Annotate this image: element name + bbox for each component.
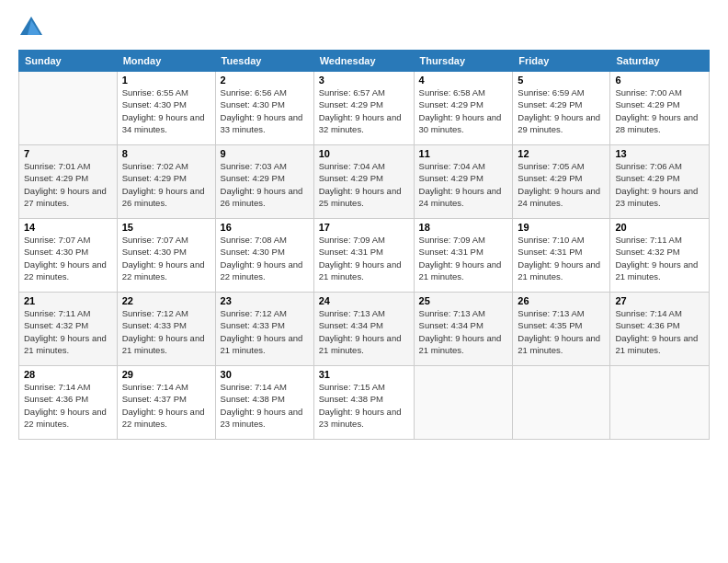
day-number: 17 — [319, 222, 409, 233]
calendar-cell — [513, 366, 610, 440]
day-number: 12 — [518, 148, 605, 159]
calendar-cell: 2Sunrise: 6:56 AM Sunset: 4:30 PM Daylig… — [215, 72, 313, 145]
calendar-cell: 30Sunrise: 7:14 AM Sunset: 4:38 PM Dayli… — [215, 366, 313, 440]
calendar-week-5: 28Sunrise: 7:14 AM Sunset: 4:36 PM Dayli… — [19, 366, 710, 440]
calendar-cell: 24Sunrise: 7:13 AM Sunset: 4:34 PM Dayli… — [313, 293, 414, 366]
calendar-cell: 26Sunrise: 7:13 AM Sunset: 4:35 PM Dayli… — [513, 293, 610, 366]
calendar-cell: 5Sunrise: 6:59 AM Sunset: 4:29 PM Daylig… — [513, 72, 610, 145]
logo-icon — [18, 15, 44, 40]
calendar-cell: 8Sunrise: 7:02 AM Sunset: 4:29 PM Daylig… — [117, 145, 215, 219]
calendar-cell: 21Sunrise: 7:11 AM Sunset: 4:32 PM Dayli… — [19, 293, 118, 366]
calendar-header-tuesday: Tuesday — [215, 51, 313, 72]
calendar-header-saturday: Saturday — [610, 51, 710, 72]
calendar-week-3: 14Sunrise: 7:07 AM Sunset: 4:30 PM Dayli… — [19, 219, 710, 293]
calendar-cell — [19, 72, 118, 145]
calendar-cell: 28Sunrise: 7:14 AM Sunset: 4:36 PM Dayli… — [19, 366, 118, 440]
day-info: Sunrise: 6:55 AM Sunset: 4:30 PM Dayligh… — [122, 86, 210, 135]
day-info: Sunrise: 7:14 AM Sunset: 4:38 PM Dayligh… — [221, 381, 309, 430]
calendar-cell: 18Sunrise: 7:09 AM Sunset: 4:31 PM Dayli… — [414, 219, 513, 293]
day-number: 28 — [24, 369, 112, 380]
day-info: Sunrise: 7:07 AM Sunset: 4:30 PM Dayligh… — [122, 234, 210, 282]
day-info: Sunrise: 7:11 AM Sunset: 4:32 PM Dayligh… — [615, 234, 704, 282]
day-number: 30 — [221, 369, 309, 380]
day-info: Sunrise: 7:05 AM Sunset: 4:29 PM Dayligh… — [518, 160, 605, 209]
calendar-cell: 11Sunrise: 7:04 AM Sunset: 4:29 PM Dayli… — [414, 145, 513, 219]
day-info: Sunrise: 7:15 AM Sunset: 4:38 PM Dayligh… — [319, 381, 409, 430]
calendar-cell: 9Sunrise: 7:03 AM Sunset: 4:29 PM Daylig… — [215, 145, 313, 219]
logo — [18, 15, 48, 40]
day-number: 3 — [319, 75, 409, 86]
calendar-cell: 4Sunrise: 6:58 AM Sunset: 4:29 PM Daylig… — [414, 72, 513, 145]
day-number: 8 — [122, 148, 210, 159]
day-number: 25 — [419, 295, 508, 306]
day-info: Sunrise: 7:03 AM Sunset: 4:29 PM Dayligh… — [221, 160, 309, 209]
calendar-cell: 10Sunrise: 7:04 AM Sunset: 4:29 PM Dayli… — [313, 145, 414, 219]
day-info: Sunrise: 7:14 AM Sunset: 4:37 PM Dayligh… — [122, 381, 210, 430]
calendar-cell: 13Sunrise: 7:06 AM Sunset: 4:29 PM Dayli… — [610, 145, 710, 219]
calendar-cell: 31Sunrise: 7:15 AM Sunset: 4:38 PM Dayli… — [313, 366, 414, 440]
day-info: Sunrise: 7:10 AM Sunset: 4:31 PM Dayligh… — [518, 234, 605, 282]
day-number: 31 — [319, 369, 409, 380]
day-number: 9 — [221, 148, 309, 159]
calendar-cell: 20Sunrise: 7:11 AM Sunset: 4:32 PM Dayli… — [610, 219, 710, 293]
calendar-cell: 14Sunrise: 7:07 AM Sunset: 4:30 PM Dayli… — [19, 219, 118, 293]
calendar-cell — [610, 366, 710, 440]
day-number: 2 — [221, 75, 309, 86]
day-info: Sunrise: 7:04 AM Sunset: 4:29 PM Dayligh… — [419, 160, 508, 209]
calendar-header-row: SundayMondayTuesdayWednesdayThursdayFrid… — [19, 51, 710, 72]
day-info: Sunrise: 7:04 AM Sunset: 4:29 PM Dayligh… — [319, 160, 409, 209]
day-info: Sunrise: 7:01 AM Sunset: 4:29 PM Dayligh… — [24, 160, 112, 209]
calendar-week-2: 7Sunrise: 7:01 AM Sunset: 4:29 PM Daylig… — [19, 145, 710, 219]
day-number: 1 — [122, 75, 210, 86]
day-info: Sunrise: 7:12 AM Sunset: 4:33 PM Dayligh… — [221, 307, 309, 356]
calendar-cell: 23Sunrise: 7:12 AM Sunset: 4:33 PM Dayli… — [215, 293, 313, 366]
day-info: Sunrise: 7:12 AM Sunset: 4:33 PM Dayligh… — [122, 307, 210, 356]
day-info: Sunrise: 7:08 AM Sunset: 4:30 PM Dayligh… — [221, 234, 309, 282]
calendar-cell: 16Sunrise: 7:08 AM Sunset: 4:30 PM Dayli… — [215, 219, 313, 293]
day-info: Sunrise: 6:56 AM Sunset: 4:30 PM Dayligh… — [221, 86, 309, 135]
calendar-cell: 7Sunrise: 7:01 AM Sunset: 4:29 PM Daylig… — [19, 145, 118, 219]
day-info: Sunrise: 7:07 AM Sunset: 4:30 PM Dayligh… — [24, 234, 112, 282]
calendar-week-4: 21Sunrise: 7:11 AM Sunset: 4:32 PM Dayli… — [19, 293, 710, 366]
day-info: Sunrise: 6:58 AM Sunset: 4:29 PM Dayligh… — [419, 86, 508, 135]
day-number: 29 — [122, 369, 210, 380]
calendar-week-1: 1Sunrise: 6:55 AM Sunset: 4:30 PM Daylig… — [19, 72, 710, 145]
calendar-cell: 1Sunrise: 6:55 AM Sunset: 4:30 PM Daylig… — [117, 72, 215, 145]
day-number: 6 — [615, 75, 704, 86]
calendar-header-wednesday: Wednesday — [313, 51, 414, 72]
day-number: 26 — [518, 295, 605, 306]
day-info: Sunrise: 7:13 AM Sunset: 4:34 PM Dayligh… — [319, 307, 409, 356]
calendar-cell: 12Sunrise: 7:05 AM Sunset: 4:29 PM Dayli… — [513, 145, 610, 219]
day-number: 27 — [615, 295, 704, 306]
day-info: Sunrise: 7:11 AM Sunset: 4:32 PM Dayligh… — [24, 307, 112, 356]
header — [18, 15, 710, 40]
day-number: 18 — [419, 222, 508, 233]
day-number: 7 — [24, 148, 112, 159]
day-info: Sunrise: 7:13 AM Sunset: 4:35 PM Dayligh… — [518, 307, 605, 356]
day-number: 14 — [24, 222, 112, 233]
calendar-cell: 19Sunrise: 7:10 AM Sunset: 4:31 PM Dayli… — [513, 219, 610, 293]
day-number: 15 — [122, 222, 210, 233]
calendar-cell — [414, 366, 513, 440]
day-info: Sunrise: 7:09 AM Sunset: 4:31 PM Dayligh… — [419, 234, 508, 282]
day-info: Sunrise: 7:14 AM Sunset: 4:36 PM Dayligh… — [24, 381, 112, 430]
day-number: 23 — [221, 295, 309, 306]
day-number: 20 — [615, 222, 704, 233]
day-info: Sunrise: 7:00 AM Sunset: 4:29 PM Dayligh… — [615, 86, 704, 135]
day-number: 5 — [518, 75, 605, 86]
day-info: Sunrise: 6:59 AM Sunset: 4:29 PM Dayligh… — [518, 86, 605, 135]
calendar-header-friday: Friday — [513, 51, 610, 72]
page: SundayMondayTuesdayWednesdayThursdayFrid… — [0, 0, 728, 563]
day-number: 16 — [221, 222, 309, 233]
day-number: 22 — [122, 295, 210, 306]
day-info: Sunrise: 7:02 AM Sunset: 4:29 PM Dayligh… — [122, 160, 210, 209]
calendar-cell: 22Sunrise: 7:12 AM Sunset: 4:33 PM Dayli… — [117, 293, 215, 366]
calendar-header-monday: Monday — [117, 51, 215, 72]
day-number: 11 — [419, 148, 508, 159]
day-info: Sunrise: 7:09 AM Sunset: 4:31 PM Dayligh… — [319, 234, 409, 282]
calendar-cell: 3Sunrise: 6:57 AM Sunset: 4:29 PM Daylig… — [313, 72, 414, 145]
day-number: 21 — [24, 295, 112, 306]
calendar-cell: 15Sunrise: 7:07 AM Sunset: 4:30 PM Dayli… — [117, 219, 215, 293]
day-info: Sunrise: 6:57 AM Sunset: 4:29 PM Dayligh… — [319, 86, 409, 135]
day-number: 13 — [615, 148, 704, 159]
